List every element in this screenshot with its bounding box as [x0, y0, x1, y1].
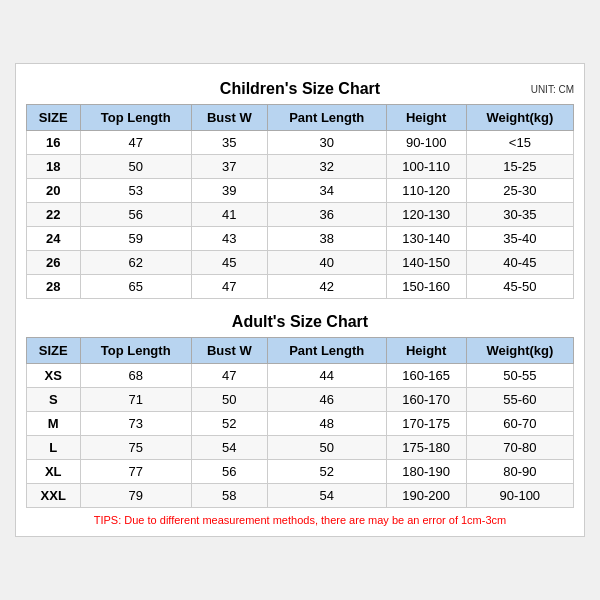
children-title-text: Children's Size Chart [220, 80, 380, 97]
unit-label: UNIT: CM [531, 84, 574, 95]
children-col-top-length: Top Length [80, 105, 191, 131]
adults-title: Adult's Size Chart [26, 307, 574, 337]
adults-col-height: Height [386, 338, 466, 364]
adults-col-bust-w: Bust W [191, 338, 267, 364]
children-col-size: SIZE [27, 105, 81, 131]
table-row: S715046160-17055-60 [27, 388, 574, 412]
children-col-weight: Weight(kg) [466, 105, 573, 131]
table-row: XL775652180-19080-90 [27, 460, 574, 484]
tips-text: TIPS: Due to different measurement metho… [26, 514, 574, 526]
table-row: 1647353090-100<15 [27, 131, 574, 155]
table-row: L755450175-18070-80 [27, 436, 574, 460]
adults-col-top-length: Top Length [80, 338, 191, 364]
table-row: 26624540140-15040-45 [27, 251, 574, 275]
children-table: SIZE Top Length Bust W Pant Length Heigh… [26, 104, 574, 299]
table-row: 18503732100-11015-25 [27, 155, 574, 179]
adults-col-weight: Weight(kg) [466, 338, 573, 364]
table-row: XS684744160-16550-55 [27, 364, 574, 388]
chart-container: Children's Size Chart UNIT: CM SIZE Top … [15, 63, 585, 537]
table-row: 20533934110-12025-30 [27, 179, 574, 203]
adults-title-text: Adult's Size Chart [232, 313, 368, 330]
adults-table: SIZE Top Length Bust W Pant Length Heigh… [26, 337, 574, 508]
adults-col-pant-length: Pant Length [267, 338, 386, 364]
children-title: Children's Size Chart UNIT: CM [26, 74, 574, 104]
table-row: 22564136120-13030-35 [27, 203, 574, 227]
table-row: 24594338130-14035-40 [27, 227, 574, 251]
children-header-row: SIZE Top Length Bust W Pant Length Heigh… [27, 105, 574, 131]
adults-col-size: SIZE [27, 338, 81, 364]
table-row: 28654742150-16045-50 [27, 275, 574, 299]
children-col-height: Height [386, 105, 466, 131]
adults-header-row: SIZE Top Length Bust W Pant Length Heigh… [27, 338, 574, 364]
children-col-bust-w: Bust W [191, 105, 267, 131]
table-row: XXL795854190-20090-100 [27, 484, 574, 508]
children-col-pant-length: Pant Length [267, 105, 386, 131]
table-row: M735248170-17560-70 [27, 412, 574, 436]
